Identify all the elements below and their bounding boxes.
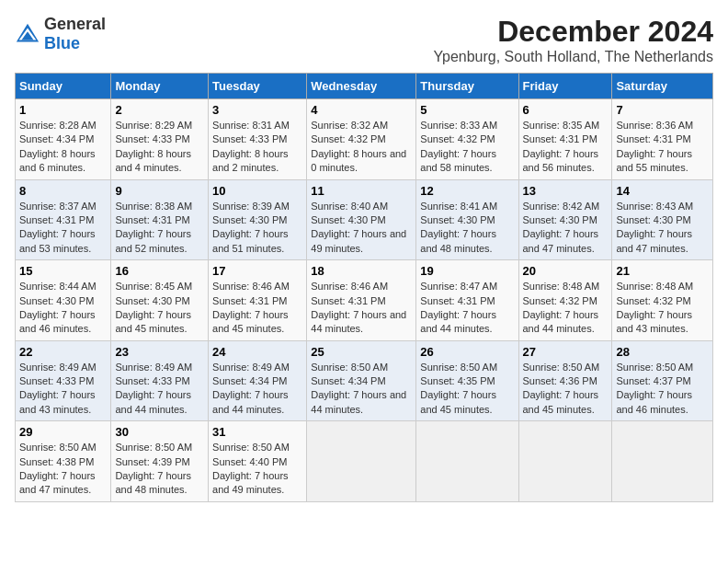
- day-sunrise: Sunrise: 8:50 AM: [311, 362, 388, 373]
- day-sunset: Sunset: 4:36 PM: [523, 375, 597, 386]
- day-number: 25: [311, 345, 412, 359]
- calendar-cell: 3Sunrise: 8:31 AMSunset: 4:33 PMDaylight…: [209, 99, 307, 180]
- day-number: 27: [523, 345, 609, 359]
- weekday-header-saturday: Saturday: [612, 74, 713, 99]
- day-sunrise: Sunrise: 8:50 AM: [19, 442, 97, 453]
- day-sunset: Sunset: 4:33 PM: [19, 375, 94, 386]
- day-daylight: Daylight: 7 hours and 49 minutes.: [311, 228, 406, 253]
- logo-icon: [15, 21, 40, 47]
- day-sunset: Sunset: 4:33 PM: [115, 133, 189, 144]
- day-daylight: Daylight: 7 hours and 52 minutes.: [115, 228, 191, 253]
- day-sunset: Sunset: 4:30 PM: [616, 214, 690, 225]
- day-sunset: Sunset: 4:33 PM: [115, 375, 189, 386]
- calendar-cell: 20Sunrise: 8:48 AMSunset: 4:32 PMDayligh…: [518, 260, 612, 341]
- calendar-cell: 1Sunrise: 8:28 AMSunset: 4:34 PMDaylight…: [16, 99, 111, 180]
- day-daylight: Daylight: 7 hours and 53 minutes.: [19, 228, 96, 253]
- day-number: 8: [19, 184, 107, 198]
- day-sunset: Sunset: 4:34 PM: [212, 375, 287, 386]
- calendar-cell: 4Sunrise: 8:32 AMSunset: 4:32 PMDaylight…: [307, 99, 416, 180]
- day-daylight: Daylight: 7 hours and 47 minutes.: [19, 470, 96, 495]
- day-sunset: Sunset: 4:38 PM: [19, 456, 94, 467]
- calendar-cell: [612, 421, 713, 502]
- day-sunset: Sunset: 4:30 PM: [212, 214, 287, 225]
- day-sunset: Sunset: 4:33 PM: [212, 133, 287, 144]
- day-daylight: Daylight: 7 hours and 51 minutes.: [212, 228, 289, 253]
- day-number: 15: [19, 264, 107, 278]
- day-daylight: Daylight: 8 hours and 6 minutes.: [19, 148, 96, 173]
- day-sunset: Sunset: 4:34 PM: [19, 133, 94, 144]
- day-sunrise: Sunrise: 8:42 AM: [523, 201, 600, 212]
- calendar-cell: 12Sunrise: 8:41 AMSunset: 4:30 PMDayligh…: [416, 179, 518, 260]
- logo-text-blue: Blue: [44, 34, 80, 52]
- calendar-cell: 29Sunrise: 8:50 AMSunset: 4:38 PMDayligh…: [16, 421, 111, 502]
- calendar-cell: 24Sunrise: 8:49 AMSunset: 4:34 PMDayligh…: [209, 340, 307, 421]
- weekday-header-wednesday: Wednesday: [307, 74, 416, 99]
- day-sunrise: Sunrise: 8:40 AM: [311, 201, 388, 212]
- day-sunrise: Sunrise: 8:38 AM: [115, 201, 192, 212]
- calendar-cell: 23Sunrise: 8:49 AMSunset: 4:33 PMDayligh…: [111, 340, 209, 421]
- day-sunset: Sunset: 4:31 PM: [523, 133, 597, 144]
- day-daylight: Daylight: 7 hours and 44 minutes.: [311, 389, 406, 414]
- day-sunrise: Sunrise: 8:50 AM: [420, 362, 497, 373]
- day-number: 31: [212, 425, 302, 439]
- day-sunset: Sunset: 4:30 PM: [19, 295, 94, 306]
- day-daylight: Daylight: 8 hours and 2 minutes.: [212, 148, 289, 173]
- day-sunrise: Sunrise: 8:28 AM: [19, 120, 97, 131]
- day-number: 28: [616, 345, 709, 359]
- calendar-cell: 7Sunrise: 8:36 AMSunset: 4:31 PMDaylight…: [612, 99, 713, 180]
- day-sunrise: Sunrise: 8:33 AM: [420, 120, 497, 131]
- day-number: 24: [212, 345, 302, 359]
- logo-text-general: General: [44, 15, 106, 33]
- weekday-header-friday: Friday: [518, 74, 612, 99]
- day-daylight: Daylight: 7 hours and 43 minutes.: [19, 389, 96, 414]
- day-sunrise: Sunrise: 8:48 AM: [616, 281, 693, 292]
- day-sunrise: Sunrise: 8:44 AM: [19, 281, 97, 292]
- day-sunrise: Sunrise: 8:43 AM: [616, 201, 693, 212]
- day-daylight: Daylight: 7 hours and 47 minutes.: [616, 228, 692, 253]
- day-number: 16: [115, 264, 204, 278]
- calendar-cell: 13Sunrise: 8:42 AMSunset: 4:30 PMDayligh…: [518, 179, 612, 260]
- day-daylight: Daylight: 7 hours and 56 minutes.: [523, 148, 599, 173]
- day-daylight: Daylight: 7 hours and 58 minutes.: [420, 148, 496, 173]
- day-number: 11: [311, 184, 412, 198]
- day-number: 5: [420, 103, 514, 117]
- day-number: 23: [115, 345, 204, 359]
- day-sunrise: Sunrise: 8:41 AM: [420, 201, 497, 212]
- day-daylight: Daylight: 7 hours and 44 minutes.: [212, 389, 289, 414]
- logo: General Blue: [15, 15, 106, 53]
- day-number: 22: [19, 345, 107, 359]
- day-sunset: Sunset: 4:32 PM: [616, 295, 690, 306]
- day-daylight: Daylight: 7 hours and 44 minutes.: [115, 389, 191, 414]
- day-sunset: Sunset: 4:32 PM: [311, 133, 385, 144]
- calendar-week-3: 15Sunrise: 8:44 AMSunset: 4:30 PMDayligh…: [16, 260, 713, 341]
- day-sunrise: Sunrise: 8:50 AM: [616, 362, 693, 373]
- day-sunrise: Sunrise: 8:37 AM: [19, 201, 97, 212]
- calendar-cell: 11Sunrise: 8:40 AMSunset: 4:30 PMDayligh…: [307, 179, 416, 260]
- day-sunset: Sunset: 4:31 PM: [420, 295, 495, 306]
- day-sunrise: Sunrise: 8:35 AM: [523, 120, 600, 131]
- calendar-week-4: 22Sunrise: 8:49 AMSunset: 4:33 PMDayligh…: [16, 340, 713, 421]
- day-number: 4: [311, 103, 412, 117]
- calendar-cell: 14Sunrise: 8:43 AMSunset: 4:30 PMDayligh…: [612, 179, 713, 260]
- calendar-cell: 5Sunrise: 8:33 AMSunset: 4:32 PMDaylight…: [416, 99, 518, 180]
- day-daylight: Daylight: 8 hours and 0 minutes.: [311, 148, 406, 173]
- calendar-cell: 2Sunrise: 8:29 AMSunset: 4:33 PMDaylight…: [111, 99, 209, 180]
- day-daylight: Daylight: 7 hours and 48 minutes.: [420, 228, 496, 253]
- calendar-cell: 9Sunrise: 8:38 AMSunset: 4:31 PMDaylight…: [111, 179, 209, 260]
- weekday-header-thursday: Thursday: [416, 74, 518, 99]
- day-sunrise: Sunrise: 8:36 AM: [616, 120, 693, 131]
- day-daylight: Daylight: 7 hours and 43 minutes.: [616, 309, 692, 334]
- calendar-cell: 27Sunrise: 8:50 AMSunset: 4:36 PMDayligh…: [518, 340, 612, 421]
- calendar-cell: 19Sunrise: 8:47 AMSunset: 4:31 PMDayligh…: [416, 260, 518, 341]
- day-sunset: Sunset: 4:31 PM: [311, 295, 385, 306]
- day-sunrise: Sunrise: 8:50 AM: [212, 442, 290, 453]
- calendar-cell: 6Sunrise: 8:35 AMSunset: 4:31 PMDaylight…: [518, 99, 612, 180]
- day-daylight: Daylight: 7 hours and 44 minutes.: [523, 309, 599, 334]
- day-number: 14: [616, 184, 709, 198]
- calendar-cell: 18Sunrise: 8:46 AMSunset: 4:31 PMDayligh…: [307, 260, 416, 341]
- day-number: 1: [19, 103, 107, 117]
- weekday-header-sunday: Sunday: [16, 74, 111, 99]
- day-sunrise: Sunrise: 8:49 AM: [19, 362, 97, 373]
- day-sunset: Sunset: 4:30 PM: [311, 214, 385, 225]
- calendar-cell: 8Sunrise: 8:37 AMSunset: 4:31 PMDaylight…: [16, 179, 111, 260]
